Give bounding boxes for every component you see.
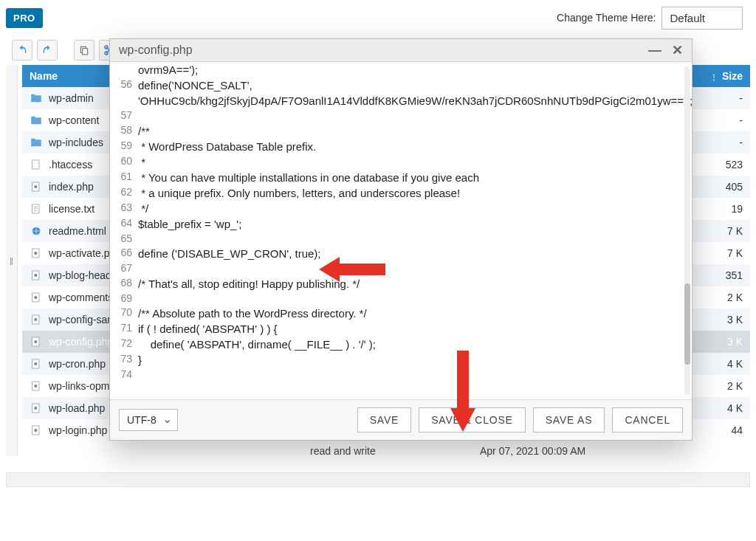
line-content: /**	[138, 123, 692, 139]
file-size: 4 K	[706, 358, 750, 370]
php-file-icon	[30, 424, 43, 437]
save-button[interactable]: SAVE	[357, 407, 412, 433]
file-name: license.txt	[49, 203, 94, 215]
code-line[interactable]: 69	[110, 292, 692, 306]
file-name: wp-cron.php	[49, 358, 106, 370]
line-number: 61	[110, 170, 138, 185]
folder-icon	[30, 136, 43, 149]
line-content	[138, 232, 692, 247]
line-content	[138, 292, 692, 306]
scrollbar-thumb[interactable]	[684, 283, 690, 365]
php-file-icon	[30, 180, 43, 193]
php-file-icon	[30, 313, 43, 326]
code-editor[interactable]: ovrm9A==');56define('NONCE_SALT', 'OHHuC…	[110, 62, 692, 399]
line-content: define ('DISABLE_WP_CRON', true);	[138, 246, 692, 261]
code-line[interactable]: 63 */	[110, 201, 692, 216]
file-name: wp-includes	[49, 137, 103, 148]
code-line[interactable]: 56define('NONCE_SALT', 'OHHuC9cb/khg2jfS…	[110, 77, 692, 108]
code-line[interactable]: 60 *	[110, 154, 692, 170]
line-content: * a unique prefix. Only numbers, letters…	[138, 185, 692, 201]
collapse-rail[interactable]: ‖	[6, 65, 18, 456]
editor-title-text: wp-config.php	[119, 44, 193, 57]
line-number: 57	[110, 108, 138, 123]
file-size: 2 K	[706, 292, 750, 303]
svg-point-27	[34, 407, 37, 410]
line-content: if ( ! defined( 'ABSPATH' ) ) {	[138, 321, 692, 337]
close-icon[interactable]: ✕	[672, 44, 683, 57]
code-line[interactable]: 67	[110, 261, 692, 276]
file-size: 2 K	[706, 380, 750, 392]
line-number: 58	[110, 123, 138, 139]
file-name: wp-content	[49, 114, 99, 126]
file-name: wp-admin	[49, 92, 94, 104]
code-line[interactable]: 59 * WordPress Database Table prefix.	[110, 139, 692, 154]
line-content: /* That's all, stop editing! Happy publi…	[138, 276, 692, 292]
minimize-icon[interactable]: —	[648, 44, 662, 57]
undo-button[interactable]	[12, 40, 32, 61]
pro-badge: PRO	[6, 8, 43, 28]
copy-button[interactable]	[74, 40, 94, 61]
code-line[interactable]: 70/** Absolute path to the WordPress dir…	[110, 306, 692, 321]
code-line[interactable]: 71if ( ! defined( 'ABSPATH' ) ) {	[110, 321, 692, 337]
column-size-header[interactable]: ⋮Size	[706, 70, 750, 82]
line-content: define( 'ABSPATH', dirname( __FILE__ ) .…	[138, 337, 692, 352]
code-line[interactable]: 73}	[110, 352, 692, 368]
line-content: }	[138, 352, 692, 368]
file-name: wp-load.php	[49, 402, 105, 414]
horizontal-scrollbar[interactable]	[6, 472, 750, 487]
code-line[interactable]: ovrm9A==');	[110, 62, 692, 77]
line-number: 74	[110, 368, 138, 382]
encoding-select[interactable]: UTF-8	[119, 409, 178, 431]
line-number: 56	[110, 77, 138, 108]
line-content	[138, 108, 692, 123]
line-number: 60	[110, 154, 138, 170]
date-cell: Apr 07, 2021 00:09 AM	[480, 445, 585, 457]
file-size: 351	[706, 269, 750, 281]
svg-point-13	[34, 252, 37, 255]
code-line[interactable]: 58/**	[110, 123, 692, 139]
line-number: 72	[110, 337, 138, 352]
line-number: 64	[110, 216, 138, 232]
code-line[interactable]: 74	[110, 368, 692, 382]
save-as-button[interactable]: SAVE AS	[533, 407, 605, 433]
editor-dialog: wp-config.php — ✕ ovrm9A==');56define('N…	[109, 38, 693, 441]
code-line[interactable]: 64$table_prefix = 'wp_';	[110, 216, 692, 232]
file-size: -	[706, 92, 750, 104]
code-line[interactable]: 65	[110, 232, 692, 247]
folder-icon	[30, 92, 43, 105]
redo-button[interactable]	[37, 40, 58, 61]
line-number: 59	[110, 139, 138, 154]
line-content: $table_prefix = 'wp_';	[138, 216, 692, 232]
php-file-icon	[30, 269, 43, 282]
line-number: 67	[110, 261, 138, 276]
file-size: 7 K	[706, 247, 750, 259]
line-content: * WordPress Database Table prefix.	[138, 139, 692, 154]
line-number: 73	[110, 352, 138, 368]
html-file-icon	[30, 224, 43, 238]
editor-titlebar[interactable]: wp-config.php — ✕	[110, 39, 692, 62]
code-line[interactable]: 68/* That's all, stop editing! Happy pub…	[110, 276, 692, 292]
code-line[interactable]: 61 * You can have multiple installations…	[110, 170, 692, 185]
permissions-cell: read and write	[310, 445, 376, 457]
code-line[interactable]: 57	[110, 108, 692, 123]
line-content: define('NONCE_SALT', 'OHHuC9cb/khg2jfSky…	[138, 77, 692, 108]
line-number: 66	[110, 246, 138, 261]
theme-select[interactable]: Default	[662, 7, 743, 30]
code-line[interactable]: 66define ('DISABLE_WP_CRON', true);	[110, 246, 692, 261]
line-content	[138, 368, 692, 382]
svg-point-21	[34, 340, 37, 343]
cancel-button[interactable]: CANCEL	[612, 407, 683, 433]
line-number: 62	[110, 185, 138, 201]
text-file-icon	[30, 202, 43, 216]
file-size: 7 K	[706, 225, 750, 237]
svg-point-17	[34, 296, 37, 299]
line-content: * You can have multiple installations in…	[138, 170, 692, 185]
save-close-button[interactable]: SAVE & CLOSE	[419, 407, 526, 433]
php-file-icon	[30, 291, 43, 304]
svg-point-25	[34, 385, 37, 387]
code-line[interactable]: 62 * a unique prefix. Only numbers, lett…	[110, 185, 692, 201]
php-file-icon	[30, 247, 43, 260]
line-number: 71	[110, 321, 138, 337]
file-icon	[30, 158, 43, 171]
code-line[interactable]: 72 define( 'ABSPATH', dirname( __FILE__ …	[110, 337, 692, 352]
